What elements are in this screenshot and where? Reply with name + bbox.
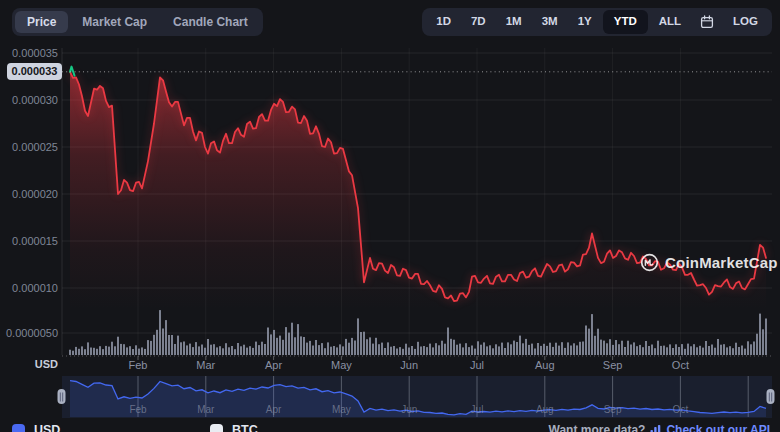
series-toggle-btc[interactable]: BTC — [210, 423, 258, 432]
navigator-month-label: Aug — [536, 404, 554, 415]
x-axis-label: May — [331, 359, 352, 371]
plot-hover-area[interactable] — [62, 48, 772, 355]
tab-candle-chart[interactable]: Candle Chart — [161, 11, 260, 33]
bar-chart-icon — [650, 425, 661, 432]
volume-axis-label: 0.0000050 — [0, 327, 58, 339]
x-axis-label: Apr — [265, 359, 282, 371]
x-axis-label: Jun — [400, 359, 418, 371]
y-axis-label: 0.000030 — [12, 94, 58, 106]
navigator-month-label: Jun — [401, 404, 417, 415]
promo-text: Want more data? — [549, 423, 646, 432]
tab-market-cap[interactable]: Market Cap — [70, 11, 159, 33]
x-axis-label: Feb — [129, 359, 148, 371]
navigator-month-labels: FebMarAprMayJunJulAugSepOct — [129, 404, 688, 415]
y-axis-label: 0.000025 — [12, 141, 58, 153]
series-toggle-label: USD — [34, 423, 60, 432]
watermark: CoinMarketCap — [640, 253, 778, 272]
x-axis-label: Jul — [470, 359, 484, 371]
navigator-month-label: Oct — [673, 404, 689, 415]
series-toggle-label: BTC — [232, 423, 258, 432]
range-button-1d[interactable]: 1D — [427, 11, 460, 33]
range-button-7d[interactable]: 7D — [462, 11, 495, 33]
navigator-month-label: Feb — [129, 404, 147, 415]
x-axis-label: Mar — [196, 359, 215, 371]
promo-row: Want more data? Check out our API — [549, 423, 770, 432]
range-button-3m[interactable]: 3M — [533, 11, 567, 33]
x-axis-labels: FebMarAprMayJunJulAugSepOct — [129, 359, 689, 371]
navigator-handle-right[interactable] — [767, 389, 775, 404]
checkbox-unchecked-icon[interactable] — [210, 424, 223, 432]
x-axis-label: Sep — [603, 359, 623, 371]
chart-canvas: 0.0000350.0000300.0000250.0000200.000015… — [0, 0, 780, 432]
calendar-icon — [700, 15, 714, 29]
chart-type-tabs: PriceMarket CapCandle Chart — [12, 8, 263, 36]
open-price-label: 0.000033 — [7, 63, 62, 80]
range-button-ytd[interactable]: YTD — [603, 10, 648, 34]
navigator-handle-left[interactable] — [58, 389, 66, 404]
calendar-button[interactable] — [692, 11, 722, 33]
tab-price[interactable]: Price — [15, 11, 68, 33]
y-axis-label: 0.000010 — [12, 282, 58, 294]
range-controls: 1D7D1M3M1YYTDALLLOG — [422, 8, 772, 36]
navigator-month-label: Sep — [604, 404, 622, 415]
currency-label: USD — [0, 358, 58, 370]
range-button-all[interactable]: ALL — [650, 11, 690, 33]
y-axis-label: 0.000035 — [12, 47, 58, 59]
navigator-month-label: Mar — [197, 404, 215, 415]
x-axis-label: Aug — [535, 359, 555, 371]
series-toggle-usd[interactable]: USD — [12, 423, 60, 432]
watermark-text: CoinMarketCap — [665, 254, 778, 271]
x-axis-label: Oct — [672, 359, 689, 371]
navigator-month-label: Jul — [471, 404, 484, 415]
y-axis-label: 0.000015 — [12, 235, 58, 247]
range-button-1y[interactable]: 1Y — [569, 11, 601, 33]
y-axis-labels: 0.0000350.0000300.0000250.0000200.000015… — [12, 47, 58, 294]
coinmarketcap-logo-icon — [640, 253, 659, 272]
price-chart-module: 0.0000350.0000300.0000250.0000200.000015… — [0, 0, 780, 432]
promo-link[interactable]: Check out our API — [666, 423, 770, 432]
range-button-log[interactable]: LOG — [724, 11, 767, 33]
navigator-month-label: May — [332, 404, 351, 415]
range-button-1m[interactable]: 1M — [497, 11, 531, 33]
chart-footer: USD BTC Want more data? Check out our AP… — [0, 421, 780, 432]
checkbox-checked-icon[interactable] — [12, 424, 25, 432]
navigator-month-label: Apr — [266, 404, 282, 415]
y-axis-label: 0.000020 — [12, 188, 58, 200]
